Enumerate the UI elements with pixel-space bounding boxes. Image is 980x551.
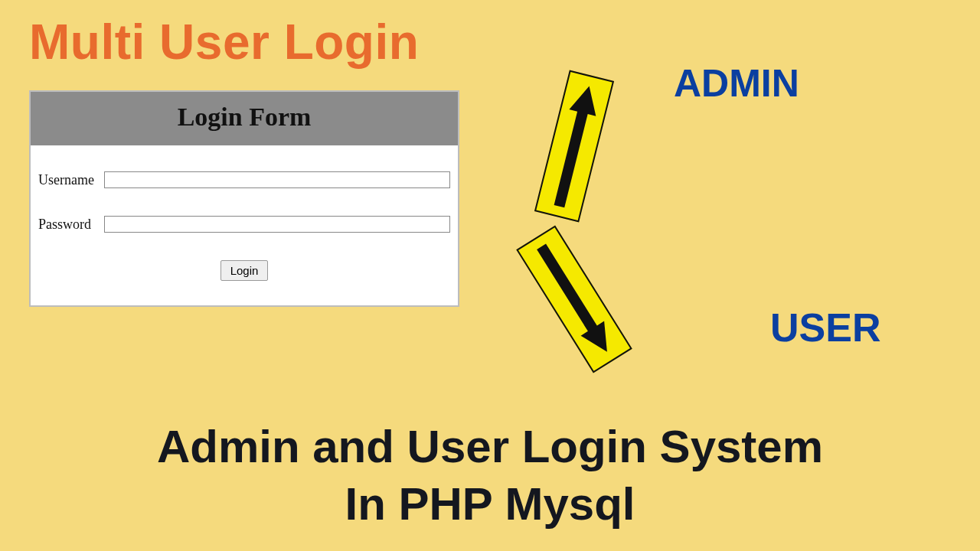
svg-marker-0	[546, 83, 603, 210]
login-form-body: Username Password Login	[31, 145, 458, 305]
admin-label: ADMIN	[674, 61, 799, 106]
username-input[interactable]	[104, 171, 450, 188]
login-form-card: Login Form Username Password Login	[29, 90, 459, 307]
arrow-down-box	[516, 226, 632, 373]
login-form-header: Login Form	[31, 92, 458, 145]
arrow-down-icon	[527, 236, 622, 362]
password-row: Password	[38, 216, 450, 233]
login-button[interactable]: Login	[220, 260, 269, 281]
arrow-up-box	[534, 70, 614, 223]
user-label: USER	[770, 305, 880, 350]
username-row: Username	[38, 171, 450, 188]
login-form-heading: Login Form	[31, 103, 458, 132]
password-input[interactable]	[104, 216, 450, 233]
bottom-caption: Admin and User Login System In PHP Mysql	[0, 418, 980, 533]
page-title: Multi User Login	[29, 14, 419, 70]
caption-line-2: In PHP Mysql	[0, 475, 980, 533]
password-label: Password	[38, 217, 100, 233]
username-label: Username	[38, 172, 100, 188]
svg-marker-1	[530, 240, 619, 359]
caption-line-1: Admin and User Login System	[0, 418, 980, 475]
arrow-up-icon	[544, 80, 605, 214]
login-button-row: Login	[38, 260, 450, 292]
